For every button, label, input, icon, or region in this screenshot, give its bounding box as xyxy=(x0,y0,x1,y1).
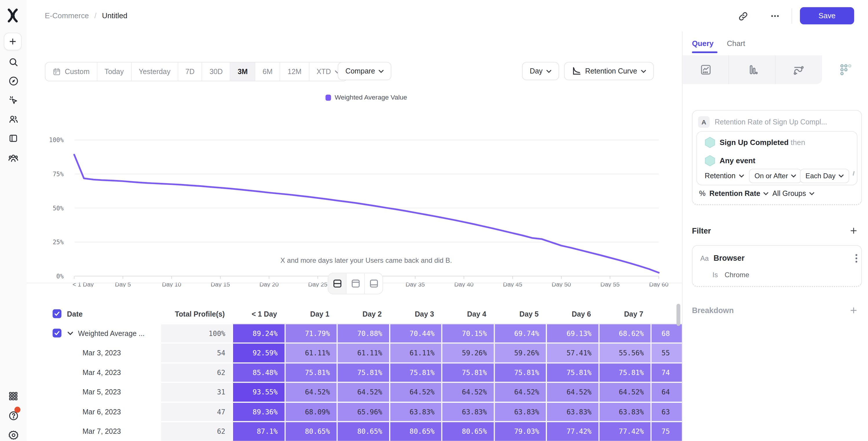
range-button-custom[interactable]: Custom xyxy=(45,63,97,81)
interval-dropdown[interactable]: Each Day xyxy=(800,169,849,183)
filter-value[interactable]: Chrome xyxy=(725,271,749,279)
tile-flow[interactable] xyxy=(776,55,822,84)
user-group-icon xyxy=(8,153,19,164)
filter-operator[interactable]: Is xyxy=(713,271,718,279)
save-button[interactable]: Save xyxy=(800,7,854,24)
retention-heat-cell: 77.42% xyxy=(546,421,599,441)
range-button-6m[interactable]: 6M xyxy=(255,63,280,81)
series-title[interactable]: Retention Rate of Sign Up Compl... xyxy=(715,118,827,126)
retention-heat-cell: 69.74% xyxy=(494,323,546,343)
tile-combo-chart[interactable] xyxy=(682,55,729,84)
range-button-today[interactable]: Today xyxy=(97,63,131,81)
add-filter-button[interactable] xyxy=(849,226,858,235)
apps-grid-icon xyxy=(8,391,18,401)
retention-heat-cell: 75.81% xyxy=(494,363,546,382)
x-axis-label: Day 35 xyxy=(406,281,425,287)
event2-row[interactable]: Any event xyxy=(720,157,755,165)
retention-heat-cell: 77.42% xyxy=(599,421,651,441)
retention-curve-line[interactable] xyxy=(74,155,659,273)
filter-card-browser[interactable]: Aa Browser Is Chrome xyxy=(692,245,862,287)
table-scrollbar-thumb[interactable] xyxy=(676,304,680,326)
add-breakdown-button[interactable] xyxy=(849,306,858,315)
retention-heat-cell: 89.36% xyxy=(232,402,285,421)
retention-heat-cell: 63.83% xyxy=(546,402,599,421)
retention-heat-cell: 63.83% xyxy=(494,402,546,421)
column-header[interactable]: Date xyxy=(49,304,160,324)
retention-heat-cell: 64.52% xyxy=(337,382,390,402)
chart-caption: X and more days later your Users came ba… xyxy=(75,257,657,264)
truncated-control[interactable] xyxy=(852,171,858,176)
sidebar-item-cohorts[interactable] xyxy=(7,152,20,165)
tab-chart[interactable]: Chart xyxy=(727,39,745,48)
event1-row[interactable]: Sign Up Completed then xyxy=(720,138,805,147)
sidebar-item-settings[interactable] xyxy=(7,428,20,441)
filter-menu-button[interactable] xyxy=(852,253,860,264)
legend-item-weighted-average[interactable]: Weighted Average Value xyxy=(75,93,657,101)
x-axis-label: Day 55 xyxy=(600,281,620,287)
column-header: Day 5 xyxy=(494,304,546,324)
sidebar-item-boards[interactable] xyxy=(7,132,20,145)
range-button-3m[interactable]: 3M xyxy=(230,63,255,81)
range-button-30d[interactable]: 30D xyxy=(203,63,230,81)
breadcrumb-page-title[interactable]: Untitled xyxy=(102,11,127,20)
breadcrumb-section[interactable]: E-Commerce xyxy=(45,11,89,20)
range-button-7d[interactable]: 7D xyxy=(178,63,202,81)
percent-icon: % xyxy=(699,189,706,198)
granularity-dropdown[interactable]: Day xyxy=(522,62,559,80)
report-main-area: CustomTodayYesterday7D30D3M6M12MXTD Comp… xyxy=(27,32,682,441)
legend-label: Weighted Average Value xyxy=(335,93,407,101)
retention-heat-cell-clipped: 68 xyxy=(651,323,682,343)
row-checkbox[interactable] xyxy=(53,309,62,318)
more-options-button[interactable] xyxy=(768,9,782,24)
tile-bar-chart[interactable] xyxy=(729,55,776,84)
breadcrumb-separator: / xyxy=(94,11,96,20)
app-logo[interactable] xyxy=(5,8,21,24)
measure-dropdown[interactable]: Retention Rate xyxy=(709,189,768,198)
retention-curve-icon xyxy=(572,66,581,76)
window-dropdown[interactable]: On or After xyxy=(749,169,802,183)
total-profiles-cell: 54 xyxy=(160,343,232,363)
y-axis-label: 100% xyxy=(49,136,64,144)
chevron-down-icon xyxy=(791,174,796,178)
left-nav-sidebar xyxy=(0,0,27,441)
measure-row: % Retention Rate All Groups xyxy=(699,189,814,198)
row-checkbox[interactable] xyxy=(53,329,62,338)
range-button-yesterday[interactable]: Yesterday xyxy=(131,63,178,81)
view-toggle-chart-only[interactable] xyxy=(347,274,365,294)
x-axis-label: Day 10 xyxy=(162,281,181,287)
view-toggle-split[interactable] xyxy=(328,274,347,294)
groups-dropdown[interactable]: All Groups xyxy=(772,189,814,198)
tile-retention-dots[interactable] xyxy=(822,55,868,84)
table-row-label: Mar 6, 2023 xyxy=(49,402,160,421)
retention-heat-cell: 89.24% xyxy=(232,323,285,343)
range-button-12m[interactable]: 12M xyxy=(280,63,309,81)
users-icon xyxy=(8,114,19,124)
create-new-button[interactable] xyxy=(4,33,22,50)
sidebar-item-explore[interactable] xyxy=(7,74,20,87)
expand-chevron-icon[interactable] xyxy=(67,331,73,335)
event2-name: Any event xyxy=(720,157,755,165)
header-date-label: Date xyxy=(67,310,83,318)
column-header: Day 2 xyxy=(337,304,390,324)
sidebar-item-profiles[interactable] xyxy=(7,112,20,126)
retention-mode-dropdown[interactable]: Retention xyxy=(705,171,744,180)
retention-heat-cell: 75.81% xyxy=(546,363,599,382)
legend-swatch xyxy=(326,94,331,100)
sidebar-item-search[interactable] xyxy=(7,55,20,69)
compare-dropdown[interactable]: Compare xyxy=(338,62,392,80)
tab-query[interactable]: Query xyxy=(692,39,714,48)
retention-heat-cell: 63.83% xyxy=(442,402,494,421)
retention-heat-cell: 61.11% xyxy=(390,343,442,363)
total-profiles-cell: 100% xyxy=(160,323,232,343)
plus-icon xyxy=(8,37,18,46)
kebab-menu-icon xyxy=(852,253,860,264)
top-bar-view-icon xyxy=(350,278,361,289)
chart-type-dropdown[interactable]: Retention Curve xyxy=(564,62,654,80)
sidebar-item-apps[interactable] xyxy=(7,389,20,403)
sidebar-item-events[interactable] xyxy=(7,93,20,107)
view-toggle-table-only[interactable] xyxy=(365,274,382,294)
retention-table-wrap: DateTotal Profile(s)< 1 DayDay 1Day 2Day… xyxy=(49,304,682,441)
share-link-button[interactable] xyxy=(736,9,750,24)
logo-x-icon xyxy=(5,8,21,24)
retention-dots-icon xyxy=(839,63,852,76)
